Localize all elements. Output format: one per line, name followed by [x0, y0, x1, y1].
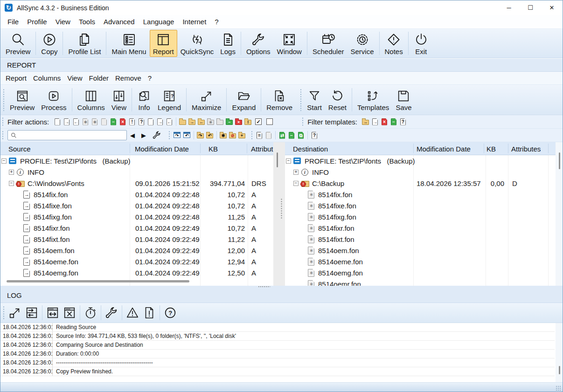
tree-row[interactable]: 8514fixe.fon 01.04.2024 09:22:48 10,72 A	[0, 200, 273, 211]
resize-grip[interactable]	[556, 385, 561, 391]
folder-undo-icon[interactable]: ↷	[197, 131, 204, 139]
toolbar-quicksync[interactable]: QuickSync	[177, 30, 217, 57]
column-modification-date[interactable]: Modification Date	[417, 142, 471, 155]
next-match-button[interactable]: ▶	[138, 132, 149, 139]
toolbar-report[interactable]: Report	[150, 30, 177, 57]
toolbar-notes[interactable]: Notes	[382, 30, 406, 57]
column-attributes[interactable]: Attributes	[511, 142, 541, 155]
file-equal-icon[interactable]	[100, 118, 108, 126]
panel-splitter[interactable]	[273, 142, 285, 286]
folder-block-icon[interactable]: ⊘	[229, 131, 236, 139]
green-sync-icon[interactable]: ⇄	[278, 131, 286, 139]
file-copy-right-icon[interactable]: →	[63, 118, 70, 126]
file-new-icon[interactable]	[54, 118, 61, 126]
menu-tools[interactable]: Tools	[75, 18, 99, 26]
tree-row[interactable]: 8514oeme.fon	[285, 256, 556, 267]
toolbar-grip[interactable]	[1, 131, 4, 140]
log-row[interactable]: 18.04.2026 12:36:01 --------------------…	[0, 358, 555, 367]
tree-expander[interactable]	[9, 170, 14, 175]
folder-new-icon[interactable]	[179, 118, 187, 126]
report-toolbar-process[interactable]: Process	[38, 86, 70, 113]
folder-surplus-icon[interactable]: −	[226, 118, 233, 126]
report-menu-folder[interactable]: Folder	[85, 74, 112, 82]
destination-vertical-scrollbar[interactable]	[556, 142, 563, 286]
toolbar-grip[interactable]	[2, 89, 5, 111]
toolbar-grip[interactable]	[1, 117, 4, 126]
column-source[interactable]: Source	[8, 142, 31, 155]
menu-help[interactable]: ?	[210, 18, 222, 26]
report-menu-help[interactable]: ?	[145, 74, 155, 82]
minimize-button[interactable]: ─	[498, 0, 520, 15]
tree-row[interactable]: 8514fixt.fon	[285, 234, 556, 245]
toolbar-scheduler[interactable]: Scheduler	[309, 30, 348, 57]
filter-checkbox-checked[interactable]: ✓	[255, 118, 262, 125]
column-kb[interactable]: KB	[209, 142, 218, 155]
file-changed-icon[interactable]: ∗	[82, 118, 89, 126]
source-vertical-scrollbar[interactable]	[277, 152, 278, 167]
template-help-icon[interactable]: ?	[399, 118, 407, 126]
column-kb[interactable]: KB	[487, 142, 496, 155]
file-surplus-icon[interactable]: −	[110, 118, 117, 126]
toolbar-grip[interactable]	[250, 131, 253, 140]
log-warning-icon[interactable]	[125, 306, 139, 320]
prev-match-button[interactable]: ◀	[127, 132, 138, 139]
tree-row[interactable]: 8514fix.fon 01.04.2024 09:22:48 10,72 A	[0, 189, 273, 200]
doc-copy-icon[interactable]	[265, 131, 272, 139]
tree-expander[interactable]	[293, 170, 299, 175]
tree-expander[interactable]	[9, 181, 14, 186]
maximize-button[interactable]: ☐	[520, 0, 541, 15]
tree-row[interactable]: 8514oemr.fon	[285, 278, 556, 286]
report-toolbar-expand[interactable]: Expand	[229, 86, 259, 113]
report-toolbar-info[interactable]: Info	[134, 86, 154, 113]
toolbar-copy[interactable]: Copy	[38, 30, 61, 57]
file-empty-icon[interactable]	[147, 118, 154, 126]
report-toolbar-legend[interactable]: ? Legend	[154, 86, 184, 113]
tree-row[interactable]: 8514oemg.fon	[285, 267, 556, 278]
file-conflict-icon[interactable]: !	[128, 118, 136, 126]
log-autoscroll-icon[interactable]	[25, 306, 39, 320]
log-clear-icon[interactable]	[63, 306, 76, 320]
column-modification-date[interactable]: Modification Date	[135, 142, 189, 155]
report-toolbar-preview[interactable]: Preview	[7, 86, 38, 113]
folder-changed-icon[interactable]: ∗	[207, 118, 215, 126]
report-toolbar-start[interactable]: Start	[304, 86, 325, 113]
tree-row[interactable]: 8514fixr.fon	[285, 222, 556, 234]
log-maximize-icon[interactable]	[8, 306, 22, 320]
tree-row[interactable]: 8514oem.fon	[285, 245, 556, 256]
report-menu-remove[interactable]: Remove	[112, 74, 145, 82]
tree-row[interactable]: 8514fixe.fon	[285, 200, 556, 211]
template-apply-icon[interactable]: →	[371, 118, 379, 126]
template-delete-icon[interactable]: ×	[381, 118, 388, 126]
toolbar-grip[interactable]	[299, 89, 302, 111]
toolbar-exit[interactable]: Exit	[410, 30, 432, 57]
toolbar-grip[interactable]	[301, 117, 304, 126]
menu-advanced[interactable]: Advanced	[99, 18, 139, 26]
report-menu-columns[interactable]: Columns	[30, 74, 64, 82]
report-toolbar-reset[interactable]: Reset	[325, 86, 350, 113]
report-toolbar-columns[interactable]: Columns	[74, 86, 108, 113]
menu-profile[interactable]: Profile	[23, 18, 51, 26]
template-folder-icon[interactable]: →	[362, 118, 369, 126]
file-changed2-icon[interactable]: ∗	[91, 118, 98, 126]
tree-expander[interactable]	[293, 181, 299, 186]
help-icon[interactable]: ?	[311, 131, 318, 139]
toolbar-profile-list[interactable]: Profile List	[65, 30, 104, 57]
tree-row[interactable]: INFO	[285, 166, 556, 178]
green-copy-icon[interactable]: ⧉	[297, 131, 305, 139]
report-toolbar-maximize[interactable]: Maximize	[188, 86, 224, 113]
folder-auto-icon[interactable]: ✱	[220, 131, 227, 139]
window-undo-icon[interactable]: ↷	[173, 131, 181, 139]
column-attributes[interactable]: Attributes	[251, 142, 273, 155]
folder-conflict-icon[interactable]: !	[244, 118, 252, 126]
toolbar-options[interactable]: Options	[243, 30, 274, 57]
report-menu-view[interactable]: View	[64, 74, 85, 82]
tree-row[interactable]: 8514fixt.fon 01.04.2024 09:22:49 11,22 A	[0, 234, 273, 245]
log-help-icon[interactable]: ?	[163, 306, 177, 320]
report-toolbar-view[interactable]: View	[108, 86, 130, 113]
file-copy-left-icon[interactable]: ←	[72, 118, 80, 126]
window-redo-icon[interactable]: ↶	[183, 131, 191, 139]
tree-row[interactable]: 8514fix.fon	[285, 189, 556, 200]
menu-file[interactable]: File	[3, 18, 23, 26]
log-row[interactable]: 18.04.2026 12:36:01 Comparing Source and…	[0, 341, 555, 350]
tree-row[interactable]: PROFILE: Test\ZIP\fonts (Backup)	[285, 155, 556, 166]
